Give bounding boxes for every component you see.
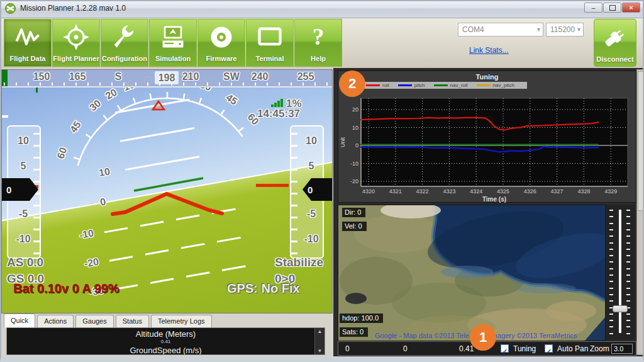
scale-tick [33, 133, 40, 135]
minimize-button[interactable]: – [584, 3, 602, 13]
zoom-tick [609, 274, 613, 276]
legend-entry-roll[interactable]: roll [366, 82, 389, 88]
compass-tick [111, 82, 113, 86]
close-button[interactable]: × [622, 3, 640, 13]
toolbar-button-label: Simulation [150, 55, 196, 62]
zoom-level-input[interactable]: 3.0 [611, 344, 633, 354]
scale-tick [291, 217, 297, 218]
legend-swatch [434, 84, 448, 86]
scroll-up-icon[interactable]: ▲ [315, 329, 325, 334]
toolbar-button-flight-planner[interactable]: Flight Planner [52, 19, 100, 67]
compass-tick [195, 82, 196, 86]
compass-label: S [115, 71, 122, 82]
quick-row-label: GroundSpeed (m/s) [7, 344, 325, 355]
chart-legend[interactable]: rollpitchnav_rollnav_pitch [362, 82, 527, 89]
scale-tick [291, 133, 297, 135]
heading-readout: 198 [155, 71, 179, 84]
zoom-tick [626, 249, 630, 250]
toolbar-button-simulation[interactable]: Simulation [149, 19, 197, 67]
zoom-tick [609, 294, 613, 295]
map-panel[interactable]: Dir: 0 Vel: 0 hdop: 100.0 Sats: 0 Google… [338, 205, 606, 341]
tab-status[interactable]: Status [116, 315, 149, 327]
compass-tick [219, 82, 220, 86]
scale-tick [33, 157, 40, 159]
tab-actions[interactable]: Actions [37, 315, 74, 327]
scroll-down-icon[interactable]: ▼ [315, 348, 325, 354]
toolbar-button-label: Flight Planner [53, 55, 99, 62]
toolbar-button-configuration[interactable]: Configuration [101, 19, 148, 67]
compass-tick [303, 82, 304, 86]
svg-text:?: ? [313, 24, 325, 50]
status-value-2: 0.41 [459, 344, 474, 353]
toolbar-button-flight-data[interactable]: Flight Data [4, 19, 52, 67]
compass-label: 255 [297, 71, 314, 82]
chevron-down-icon: ▾ [537, 23, 540, 36]
zoom-tick [609, 235, 613, 237]
zoom-tick [609, 288, 613, 289]
tab-telemetry-logs[interactable]: Telemetry Logs [151, 315, 212, 327]
compass-tick [159, 82, 160, 86]
legend-entry-nav-roll[interactable]: nav_roll [434, 82, 468, 88]
tuning-graph-panel[interactable]: 4320432143224323432443254326432743284329… [338, 71, 636, 203]
zoom-slider-handle[interactable] [613, 305, 628, 312]
tab-quick[interactable]: Quick [4, 314, 35, 327]
gps-status: GPS: No Fix [227, 281, 300, 296]
map-zoom-slider[interactable] [606, 205, 635, 340]
maximize-button[interactable] [603, 3, 621, 13]
legend-label: nav_pitch [493, 82, 514, 88]
compass-label: SW [223, 71, 240, 82]
zoom-tick [626, 242, 630, 244]
tuning-checkbox[interactable]: ✓ [501, 344, 509, 353]
window-title: Mission Planner 1.2.28 mav 1.0 [20, 4, 126, 13]
com-port-dropdown[interactable]: COM4 ▾ [458, 23, 543, 37]
svg-text:-20: -20 [350, 178, 358, 184]
toolbar-buttons: Flight DataFlight PlannerConfigurationSi… [4, 19, 343, 67]
auto-pan-checkbox[interactable]: ✓ [545, 344, 553, 353]
tab-bar: QuickActionsGaugesStatusTelemetry Logs [4, 314, 214, 327]
window-titlebar[interactable]: Mission Planner 1.2.28 mav 1.0 – × [0, 0, 644, 18]
toolbar-button-terminal[interactable]: Terminal [246, 19, 294, 67]
baud-rate-dropdown[interactable]: 115200 ▾ [546, 23, 584, 37]
tuning-checkbox-label: Tuning [513, 344, 536, 353]
scale-tick [33, 252, 40, 254]
toolbar-button-help[interactable]: ?Help [294, 19, 342, 67]
zoom-tick [626, 261, 630, 263]
flight-data-icon [14, 23, 42, 51]
svg-text:45: 45 [67, 119, 82, 134]
compass-tick [40, 82, 41, 86]
zoom-slider-track[interactable] [619, 210, 621, 333]
svg-text:4329: 4329 [604, 188, 617, 195]
compass-tick [291, 82, 292, 86]
zoom-tick [609, 255, 613, 256]
map-vel-readout: Vel: 0 [342, 222, 367, 231]
disconnect-button[interactable]: Disconnect [594, 19, 636, 67]
quick-row-label: Altitude (Meters) [7, 328, 325, 339]
compass-tick [123, 82, 125, 86]
window-scrollbar[interactable] [636, 69, 644, 355]
tab-gauges[interactable]: Gauges [75, 315, 114, 327]
scrollbar-thumb[interactable] [638, 71, 644, 211]
disconnect-plug-icon [601, 23, 630, 52]
zoom-tick [626, 274, 630, 276]
zoom-tick [609, 326, 613, 327]
toolbar-button-label: Configuration [101, 55, 148, 62]
quick-scrollbar[interactable]: ▲ ▼ [314, 328, 325, 354]
compass-label: 150 [33, 71, 50, 82]
svg-text:4323: 4323 [443, 188, 455, 195]
legend-entry-pitch[interactable]: pitch [398, 82, 425, 88]
flight-data-bottom-panel: QuickActionsGaugesStatusTelemetry Logs A… [1, 314, 332, 356]
compass-tick [28, 82, 29, 86]
toolbar-button-firmware[interactable]: Firmware [197, 19, 245, 67]
zoom-tick [626, 288, 630, 289]
scale-label: -10 [304, 234, 318, 245]
link-stats-link[interactable]: Link Stats... [469, 46, 509, 55]
scale-tick [291, 145, 297, 147]
toolbar-button-label: Help [295, 55, 341, 62]
compass-tick [75, 82, 77, 86]
hud-panel[interactable]: 100-10-20-30 604530201001020304560 105-5… [1, 69, 333, 314]
compass-tick [87, 82, 89, 86]
zoom-tick [626, 320, 630, 321]
quick-row-value: 0.41 [7, 339, 325, 344]
scale-tick [291, 169, 297, 171]
legend-entry-nav-pitch[interactable]: nav_pitch [477, 82, 514, 88]
